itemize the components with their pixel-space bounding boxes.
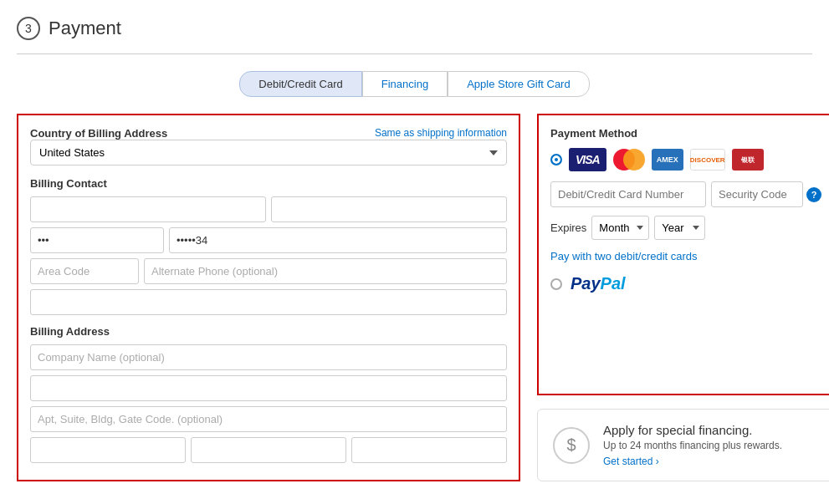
financing-get-started-link[interactable]: Get started ›	[603, 456, 659, 467]
same-as-shipping-link[interactable]: Same as shipping information	[375, 127, 507, 139]
apt-input[interactable]	[30, 406, 507, 432]
card-logos-row: VISA AMEX DISCOVER 银联	[550, 148, 821, 171]
mastercard-logo	[613, 149, 645, 171]
email-row	[30, 289, 507, 315]
left-panel: Country of Billing Address Same as shipp…	[17, 114, 520, 481]
city-input[interactable]	[30, 437, 186, 463]
header-divider	[17, 53, 812, 54]
country-select[interactable]: United States	[30, 140, 507, 165]
email-input[interactable]	[30, 289, 507, 315]
unionpay-logo: 银联	[732, 149, 764, 171]
discover-logo: DISCOVER	[690, 149, 725, 171]
dollar-icon: $	[553, 427, 590, 464]
country-section: Country of Billing Address Same as shipp…	[30, 127, 507, 140]
apt-row	[30, 406, 507, 432]
security-code-input[interactable]	[711, 181, 803, 207]
expires-label: Expires	[550, 221, 586, 234]
step-number: 3	[17, 17, 40, 40]
card-number-row: ?	[550, 181, 821, 207]
two-cards-link[interactable]: Pay with two debit/credit cards	[550, 250, 821, 262]
payment-tabs: Debit/Credit Card Financing Apple Store …	[17, 71, 812, 97]
name-row	[30, 196, 507, 222]
card-number-input[interactable]	[550, 181, 706, 207]
page-title: Payment	[49, 18, 121, 39]
page-header: 3 Payment	[17, 17, 812, 40]
financing-text: Apply for special financing. Up to 24 mo…	[603, 423, 782, 467]
billing-contact-label: Billing Contact	[30, 177, 507, 190]
right-panel: Payment Method VISA AMEX DISCOVER 银联	[537, 114, 829, 395]
phone-input[interactable]	[30, 227, 164, 253]
zip-input[interactable]	[351, 437, 507, 463]
financing-banner: $ Apply for special financing. Up to 24 …	[537, 409, 829, 481]
phone-row	[30, 227, 507, 253]
visa-logo: VISA	[569, 148, 606, 171]
year-select[interactable]: Year 202420252026 2027202820292030	[654, 216, 705, 240]
payment-method-label: Payment Method	[550, 127, 821, 140]
financing-subtitle: Up to 24 months financing plus rewards.	[603, 440, 782, 451]
paypal-row: PayPal	[550, 274, 821, 293]
financing-title: Apply for special financing.	[603, 423, 782, 437]
main-content: Country of Billing Address Same as shipp…	[17, 114, 812, 481]
phone2-input[interactable]	[169, 227, 507, 253]
security-code-help-icon[interactable]: ?	[806, 187, 821, 202]
first-name-input[interactable]	[30, 196, 266, 222]
tab-debit-credit[interactable]: Debit/Credit Card	[239, 71, 361, 97]
last-name-input[interactable]	[271, 196, 507, 222]
state-input[interactable]	[191, 437, 346, 463]
amex-logo: AMEX	[652, 149, 683, 171]
country-select-wrap: United States	[30, 140, 507, 165]
tab-financing[interactable]: Financing	[362, 71, 448, 97]
city-state-row	[30, 437, 507, 463]
billing-address-label: Billing Address	[30, 325, 507, 338]
security-code-wrap: ?	[711, 181, 821, 207]
alt-phone-row	[30, 258, 507, 284]
paypal-radio[interactable]	[550, 278, 562, 290]
address-input[interactable]	[30, 375, 507, 401]
area-code-input[interactable]	[30, 258, 139, 284]
paypal-logo: PayPal	[571, 274, 626, 293]
address-row	[30, 375, 507, 401]
alt-phone-input[interactable]	[144, 258, 507, 284]
company-row	[30, 344, 507, 370]
month-select[interactable]: Month 010203 040506 070809 101112	[591, 216, 649, 240]
tab-apple-gift[interactable]: Apple Store Gift Card	[448, 71, 590, 97]
country-section-label: Country of Billing Address	[30, 127, 167, 140]
expires-row: Expires Month 010203 040506 070809 10111…	[550, 216, 821, 240]
card-radio-selected[interactable]	[550, 154, 562, 165]
company-input[interactable]	[30, 344, 507, 370]
